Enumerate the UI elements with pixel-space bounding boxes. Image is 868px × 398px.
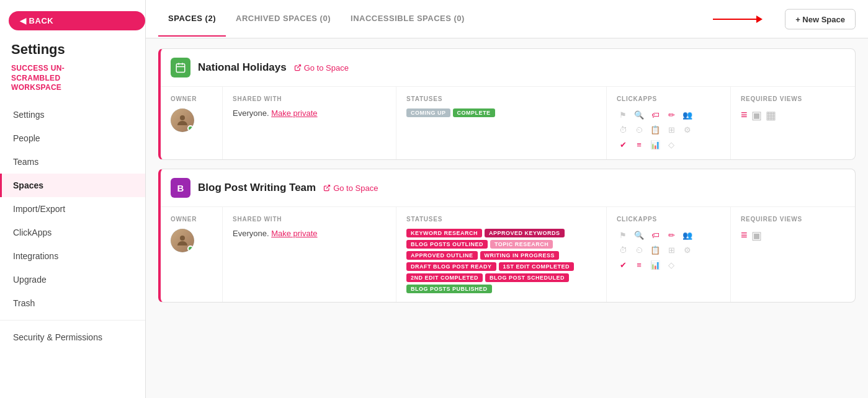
shared-col-national-holidays: SHARED WITH Everyone. Make private [223,87,396,159]
online-dot-blog-post-writing-team [187,245,194,252]
go-to-space-link-national-holidays[interactable]: Go to Space [294,63,349,73]
status-badge-blog-post-writing-team: DRAFT BLOG POST READY [406,262,496,271]
clickapp-icon-blog-post-writing-team[interactable]: ⏲ [633,244,645,256]
clickapp-icon-blog-post-writing-team[interactable]: ⚑ [617,229,629,241]
sidebar-item-security[interactable]: Security & Permissions [0,325,145,349]
online-dot-national-holidays [187,125,194,131]
space-name-blog-post-writing-team: Blog Post Writing Team [198,182,316,194]
shared-text-blog-post-writing-team: Everyone. Make private [233,229,386,238]
clickapp-icon-blog-post-writing-team[interactable]: ✔ [617,259,629,271]
statuses-header: STATUSES [406,95,596,102]
clickapp-icon-blog-post-writing-team[interactable]: ⏱ [617,244,629,256]
clickapp-icon-national-holidays[interactable]: ⊞ [665,123,678,136]
req-view-icon-national-holidays[interactable]: ▣ [751,108,762,122]
status-badge-blog-post-writing-team: BLOG POSTS OUTLINED [406,240,488,249]
required-views-col-blog-post-writing-team: REQUIRED VIEWS≡▣ [731,207,855,302]
clickapp-icon-national-holidays[interactable]: ⏲ [633,123,645,136]
status-badge-blog-post-writing-team: WRITING IN PROGRESS [480,251,560,260]
clickapps-grid-national-holidays: ⚑🔍🏷✏👥⏱⏲📋⊞⚙✔≡📊◇ [617,108,720,151]
clickapp-icon-national-holidays[interactable]: ⚙ [681,123,694,136]
clickapps-col-national-holidays: CLICKAPPS⚑🔍🏷✏👥⏱⏲📋⊞⚙✔≡📊◇ [607,87,731,159]
clickapp-icon-blog-post-writing-team[interactable]: ⚙ [681,244,694,256]
main-content: Spaces (2)Archived Spaces (0)Inaccessibl… [146,0,868,398]
clickapp-icon-national-holidays[interactable]: 👥 [681,108,694,121]
clickapp-icon-blog-post-writing-team[interactable]: 📋 [649,244,661,256]
req-views-header: REQUIRED VIEWS [741,95,845,102]
space-card-national-holidays: National Holidays Go to SpaceOWNER SHARE… [158,48,856,160]
sidebar-item-spaces[interactable]: Spaces [0,174,145,197]
sidebar-item-teams[interactable]: Teams [0,150,145,174]
statuses-col-national-holidays: STATUSESCOMING UPCOMPLETE [396,87,607,159]
statuses-col-blog-post-writing-team: STATUSESKEYWORD RESEARCHAPPROVED KEYWORD… [396,207,607,302]
sidebar-item-trash[interactable]: Trash [0,291,145,315]
clickapp-icon-national-holidays[interactable]: 📊 [649,138,661,151]
back-button[interactable]: ◀ BACK [9,11,145,30]
avatar-national-holidays [171,108,194,132]
sidebar-item-people[interactable]: People [0,126,145,150]
sidebar: ◀ BACK Settings SUCCESS UN-SCRAMBLEDWORK… [0,0,146,398]
svg-point-5 [180,115,185,120]
clickapp-icon-blog-post-writing-team[interactable]: ⊞ [665,244,678,256]
svg-line-4 [297,65,301,69]
clickapp-icon-national-holidays[interactable]: 🏷 [649,108,661,121]
sidebar-item-clickapps[interactable]: ClickApps [0,221,145,244]
space-icon-blog-post-writing-team: B [171,178,190,198]
sidebar-divider [0,320,145,321]
tab-inaccessible[interactable]: Inaccessible Spaces (0) [341,1,475,37]
space-card-header-blog-post-writing-team: BBlog Post Writing Team Go to Space [161,169,855,207]
clickapp-icon-blog-post-writing-team[interactable]: ◇ [665,259,678,271]
clickapps-header: CLICKAPPS [617,95,720,102]
clickapp-icon-national-holidays[interactable]: ≡ [633,138,645,151]
space-card-body-national-holidays: OWNER SHARED WITH Everyone. Make private… [161,87,855,159]
sidebar-item-integrations[interactable]: Integrations [0,244,145,268]
statuses-header: STATUSES [406,216,596,223]
spaces-list: National Holidays Go to SpaceOWNER SHARE… [146,38,868,398]
arrow-indicator [713,15,763,23]
sidebar-item-settings[interactable]: Settings [0,103,145,126]
status-badge-blog-post-writing-team: APPROVED KEYWORDS [485,229,565,237]
clickapp-icon-national-holidays[interactable]: 📋 [649,123,661,136]
sidebar-nav: SettingsPeopleTeamsSpacesImport/ExportCl… [0,103,145,355]
clickapp-icon-national-holidays[interactable]: ✔ [617,138,629,151]
req-views-header: REQUIRED VIEWS [741,216,845,223]
required-views-col-national-holidays: REQUIRED VIEWS≡▣▦ [731,87,855,159]
clickapps-grid-blog-post-writing-team: ⚑🔍🏷✏👥⏱⏲📋⊞⚙✔≡📊◇ [617,229,720,271]
shared-header: SHARED WITH [233,216,386,223]
space-card-header-national-holidays: National Holidays Go to Space [161,49,855,87]
status-badge-blog-post-writing-team: TOPIC RESEARCH [490,240,553,249]
req-view-icon-blog-post-writing-team[interactable]: ▣ [751,229,762,242]
new-space-button[interactable]: + New Space [785,9,856,29]
clickapps-header: CLICKAPPS [617,216,720,223]
clickapp-icon-national-holidays[interactable]: ✏ [665,108,678,121]
req-view-icon-national-holidays[interactable]: ▦ [766,108,776,122]
clickapp-icon-national-holidays[interactable]: ◇ [665,138,678,151]
clickapp-icon-national-holidays[interactable]: ⏱ [617,123,629,136]
statuses-container-blog-post-writing-team: KEYWORD RESEARCHAPPROVED KEYWORDSBLOG PO… [406,229,596,293]
clickapp-icon-national-holidays[interactable]: 🔍 [633,108,645,121]
req-view-icon-national-holidays[interactable]: ≡ [741,108,748,122]
make-private-blog-post-writing-team[interactable]: Make private [271,229,317,238]
owner-header: OWNER [171,216,212,223]
sidebar-item-upgrade[interactable]: Upgrade [0,268,145,291]
settings-title: Settings [0,30,145,61]
req-view-icon-blog-post-writing-team[interactable]: ≡ [741,229,748,242]
tab-archived[interactable]: Archived Spaces (0) [226,1,341,37]
status-badge-blog-post-writing-team: 1ST EDIT COMPLETED [499,262,575,271]
workspace-name: SUCCESS UN-SCRAMBLEDWORKSPACE [0,61,145,103]
clickapp-icon-blog-post-writing-team[interactable]: 👥 [681,229,694,241]
clickapp-icon-blog-post-writing-team[interactable]: ≡ [633,259,645,271]
shared-col-blog-post-writing-team: SHARED WITH Everyone. Make private [223,207,396,302]
make-private-national-holidays[interactable]: Make private [271,108,317,118]
clickapp-icon-blog-post-writing-team[interactable]: 📊 [649,259,661,271]
tab-spaces[interactable]: Spaces (2) [158,1,226,37]
svg-rect-0 [176,64,185,73]
shared-header: SHARED WITH [233,95,386,102]
clickapp-icon-blog-post-writing-team[interactable]: 🔍 [633,229,645,241]
owner-col-blog-post-writing-team: OWNER [161,207,223,302]
svg-point-7 [180,236,185,241]
go-to-space-link-blog-post-writing-team[interactable]: Go to Space [323,184,378,193]
sidebar-item-import-export[interactable]: Import/Export [0,197,145,221]
clickapp-icon-blog-post-writing-team[interactable]: 🏷 [649,229,661,241]
clickapp-icon-blog-post-writing-team[interactable]: ✏ [665,229,678,241]
clickapp-icon-national-holidays[interactable]: ⚑ [617,108,629,121]
